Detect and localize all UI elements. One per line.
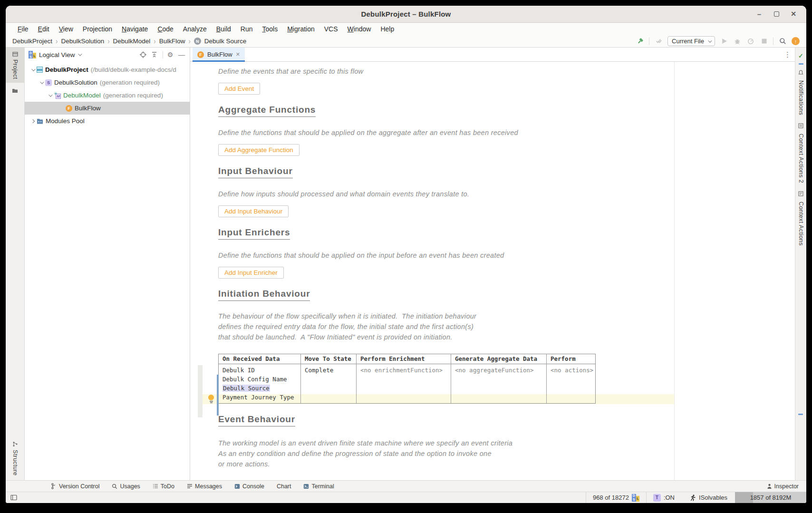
toolwindow-chart[interactable]: Chart — [277, 483, 291, 490]
tab-bulkflow[interactable]: F BulkFlow ✕ — [193, 48, 245, 62]
messages-icon — [187, 484, 193, 489]
close-tab-icon[interactable]: ✕ — [236, 51, 240, 58]
add-event-button[interactable]: Add Event — [218, 83, 260, 95]
toolwindow-console[interactable]: Console — [234, 483, 264, 490]
tool-stripe-project[interactable]: Project — [6, 48, 24, 83]
table-header[interactable]: Perform — [547, 354, 595, 364]
run-icon — [720, 37, 728, 46]
project-panel-header: DSL Logical View ⚙ — — [25, 48, 190, 62]
add-input-behaviour-button[interactable]: Add Input Behaviour — [218, 205, 289, 217]
menu-tools[interactable]: Tools — [258, 24, 282, 34]
tab-options-icon[interactable]: ⋮ — [784, 50, 791, 59]
toolwindow-messages[interactable]: Messages — [187, 483, 222, 490]
debug-icon — [733, 37, 742, 46]
cell-on-received-data[interactable]: Debulk ID Debulk Config Name Debulk Sour… — [219, 364, 301, 403]
update-icon[interactable]: ↑ — [792, 37, 800, 45]
chevron-right-icon[interactable] — [31, 119, 35, 123]
breadcrumb-flow[interactable]: BulkFlow — [159, 38, 185, 45]
chevron-down-icon[interactable] — [31, 67, 35, 71]
toolwindow-terminal[interactable]: Terminal — [303, 483, 334, 490]
toolwindow-inspector[interactable]: Inspector — [767, 483, 799, 490]
toggle-widget[interactable]: T :ON — [651, 494, 677, 502]
chevron-down-icon — [78, 52, 82, 56]
add-aggregate-function-button[interactable]: Add Aggregate Function — [218, 144, 300, 156]
breadcrumb-separator: › — [188, 37, 190, 46]
status-bar: 968 of 18272 DSL T :ON ISolvables 1857 o… — [6, 492, 806, 503]
cell-move-to-state[interactable]: Complete — [301, 364, 357, 403]
breadcrumb-project[interactable]: DebulkProject — [12, 38, 52, 45]
tree-row-solution[interactable]: S DebulkSolution (generation required) — [25, 76, 190, 89]
main-area: Project Structure DSL Logical View — [6, 48, 806, 480]
menu-edit[interactable]: Edit — [34, 24, 54, 34]
menu-window[interactable]: Window — [343, 24, 376, 34]
cell-perform-enrichment[interactable]: <no enrichmentFunction> — [357, 364, 451, 403]
solvables-widget[interactable]: ISolvables — [688, 494, 729, 501]
breadcrumb-source[interactable]: Debulk Source — [204, 38, 247, 45]
minimize-icon[interactable]: – — [755, 10, 764, 18]
inspector-person-icon — [767, 484, 772, 489]
layout-toggle-icon[interactable] — [10, 494, 17, 501]
table-header[interactable]: On Received Data — [219, 354, 301, 364]
cell-perform[interactable]: <no actions> — [547, 364, 595, 403]
menu-file[interactable]: File — [13, 24, 33, 34]
selected-token[interactable]: Debulk Source — [222, 385, 270, 392]
node-badge-icon: N — [194, 38, 201, 45]
input-enrichers-description: Define the functions that should be appl… — [218, 252, 795, 259]
build-hammer-icon[interactable] — [636, 37, 644, 46]
tool-stripe-structure[interactable]: Structure — [10, 438, 20, 480]
inspections-ok-icon[interactable]: ✓ — [798, 52, 803, 59]
menu-bar: File Edit View Projection Navigate Code … — [6, 23, 806, 35]
window-title: DebulkProject – BulkFlow — [11, 10, 801, 18]
chevron-down-icon[interactable] — [48, 93, 52, 97]
flow-file-icon: F — [197, 51, 204, 58]
breadcrumb-model[interactable]: DebulkModel — [113, 38, 151, 45]
table-header[interactable]: Move To State — [301, 354, 357, 364]
collapse-all-icon[interactable] — [151, 52, 160, 58]
menu-migration[interactable]: Migration — [283, 24, 319, 34]
breadcrumb-separator: › — [56, 37, 58, 46]
close-icon[interactable]: ✕ — [789, 10, 798, 18]
tree-row-model[interactable]: M✳ DebulkModel (generation required) — [25, 89, 190, 102]
add-input-enricher-button[interactable]: Add Input Enricher — [218, 267, 284, 279]
maximize-icon[interactable] — [772, 10, 781, 18]
notifications-icon — [798, 69, 804, 76]
menu-view[interactable]: View — [55, 24, 77, 34]
lightbulb-icon[interactable] — [208, 395, 214, 403]
tree-row-bulkflow[interactable]: F BulkFlow — [25, 102, 190, 115]
right-margin-guide — [674, 62, 675, 480]
search-everywhere-icon[interactable] — [778, 37, 787, 46]
context-actions-stripe-label[interactable]: Context Actions — [798, 202, 804, 246]
structure-tool-icon — [12, 441, 18, 447]
breadcrumb-solution[interactable]: DebulkSolution — [61, 38, 104, 45]
flow-node-icon: F — [66, 105, 72, 112]
tree-row-modules-pool[interactable]: Modules Pool — [25, 115, 190, 127]
toolwindow-usages[interactable]: Usages — [112, 483, 140, 490]
editor-area: F BulkFlow ✕ ⋮ Define the events that ar… — [190, 48, 795, 480]
context-actions-2-stripe-label[interactable]: Context Actions 2 — [798, 134, 804, 183]
hide-panel-icon[interactable]: — — [177, 51, 186, 58]
notifications-stripe-label[interactable]: Notifications — [798, 80, 804, 115]
menu-help[interactable]: Help — [376, 24, 398, 34]
memory-indicator[interactable]: 1857 of 8192M — [735, 492, 806, 503]
table-header[interactable]: Generate Aggregate Data — [451, 354, 547, 364]
cell-generate-aggregate[interactable]: <no aggregateFunction> — [451, 364, 547, 403]
tree-row-project[interactable]: DebulkProject (/build/debulk-example-doc… — [25, 63, 190, 76]
menu-vcs[interactable]: VCS — [320, 24, 342, 34]
view-selector[interactable]: Logical View — [39, 51, 75, 58]
table-header[interactable]: Perform Enrichment — [357, 354, 451, 364]
menu-projection[interactable]: Projection — [78, 24, 116, 34]
locate-icon[interactable] — [140, 51, 148, 58]
menu-navigate[interactable]: Navigate — [117, 24, 152, 34]
modules-folder-icon — [37, 118, 43, 124]
toolwindow-version-control[interactable]: Version Control — [51, 483, 99, 490]
chevron-down-icon[interactable] — [40, 80, 44, 84]
menu-code[interactable]: Code — [153, 24, 177, 34]
menu-build[interactable]: Build — [212, 24, 235, 34]
folder-icon[interactable] — [12, 87, 18, 94]
toolwindow-todo[interactable]: ToDo — [153, 483, 174, 490]
menu-analyze[interactable]: Analyze — [179, 24, 211, 34]
run-configuration-select[interactable]: Current File — [667, 36, 715, 46]
menu-run[interactable]: Run — [236, 24, 257, 34]
caret-position-widget[interactable]: 968 of 18272 DSL — [591, 494, 641, 502]
gear-icon[interactable]: ⚙ — [166, 51, 174, 58]
